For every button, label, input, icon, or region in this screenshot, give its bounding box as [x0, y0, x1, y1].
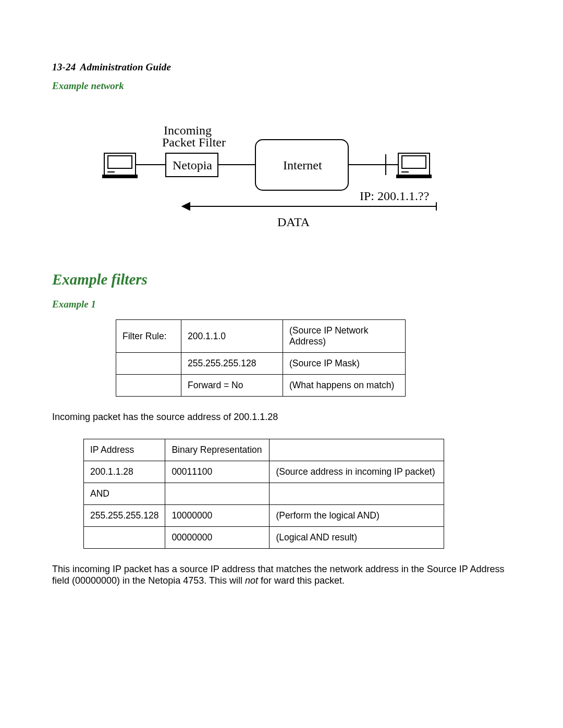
table-row: 200.1.1.28 00011100 (Source address in i…: [84, 461, 444, 483]
label-data: DATA: [277, 216, 310, 228]
cell: IP Address: [84, 439, 165, 461]
section-heading-example-filters: Example filters: [52, 271, 511, 288]
table-row: Filter Rule: 200.1.1.0 (Source IP Networ…: [116, 320, 406, 353]
body-text-incoming-packet: Incoming packet has the source address o…: [52, 411, 511, 423]
cell: 00011100: [165, 461, 270, 483]
table-row: 00000000 (Logical AND result): [84, 526, 444, 548]
cell: 10000000: [165, 504, 270, 526]
svg-marker-17: [182, 203, 190, 210]
cell: 200.1.1.0: [181, 320, 283, 353]
text-italic-not: not: [245, 575, 258, 586]
svg-rect-12: [402, 156, 426, 168]
cell: 200.1.1.28: [84, 461, 165, 483]
cell: (Perform the logical AND): [270, 504, 444, 526]
cell: (What happens on match): [283, 375, 406, 397]
cell: Forward = No: [181, 375, 283, 397]
cell: [84, 526, 165, 548]
cell: 255.255.255.128: [181, 353, 283, 375]
filter-rule-table: Filter Rule: 200.1.1.0 (Source IP Networ…: [116, 319, 406, 397]
table-row: IP Address Binary Representation: [84, 439, 444, 461]
cell: Filter Rule:: [116, 320, 181, 353]
page-header: 13-24 Administration Guide: [52, 61, 511, 73]
network-diagram: Incoming Packet Filter Netopia Internet …: [52, 128, 511, 248]
table-row: AND: [84, 483, 444, 504]
label-incoming: Incoming: [164, 124, 212, 137]
cell: [270, 439, 444, 461]
table-row: 255.255.255.128 10000000 (Perform the lo…: [84, 504, 444, 526]
cell: [165, 483, 270, 504]
document-page: 13-24 Administration Guide Example netwo…: [0, 0, 563, 728]
label-netopia: Netopia: [173, 159, 212, 171]
label-ip: IP: 200.1.1.??: [360, 190, 429, 202]
cell: AND: [84, 483, 165, 504]
section-heading-example-network: Example network: [52, 80, 511, 92]
text: for ward this packet.: [258, 575, 345, 586]
body-text-result: This incoming IP packet has a source IP …: [52, 563, 511, 587]
cell: [116, 375, 181, 397]
page-title: Administration Guide: [80, 61, 172, 72]
cell: (Source address in incoming IP packet): [270, 461, 444, 483]
table-row: Forward = No (What happens on match): [116, 375, 406, 397]
svg-rect-3: [103, 175, 137, 178]
cell: [116, 353, 181, 375]
subsection-heading-example-1: Example 1: [52, 299, 511, 310]
label-internet: Internet: [283, 159, 322, 171]
label-packet-filter: Packet Filter: [162, 136, 226, 149]
cell: (Logical AND result): [270, 526, 444, 548]
cell: [270, 483, 444, 504]
cell: 255.255.255.128: [84, 504, 165, 526]
table-row: 255.255.255.128 (Source IP Mask): [116, 353, 406, 375]
cell: Binary Representation: [165, 439, 270, 461]
page-number: 13-24: [52, 61, 76, 72]
diagram-svg: [52, 128, 511, 248]
logical-and-table: IP Address Binary Representation 200.1.1…: [83, 439, 444, 549]
svg-rect-14: [397, 175, 431, 178]
svg-rect-1: [108, 156, 132, 168]
cell: (Source IP Mask): [283, 353, 406, 375]
cell: 00000000: [165, 526, 270, 548]
cell: (Source IP Network Address): [283, 320, 406, 353]
